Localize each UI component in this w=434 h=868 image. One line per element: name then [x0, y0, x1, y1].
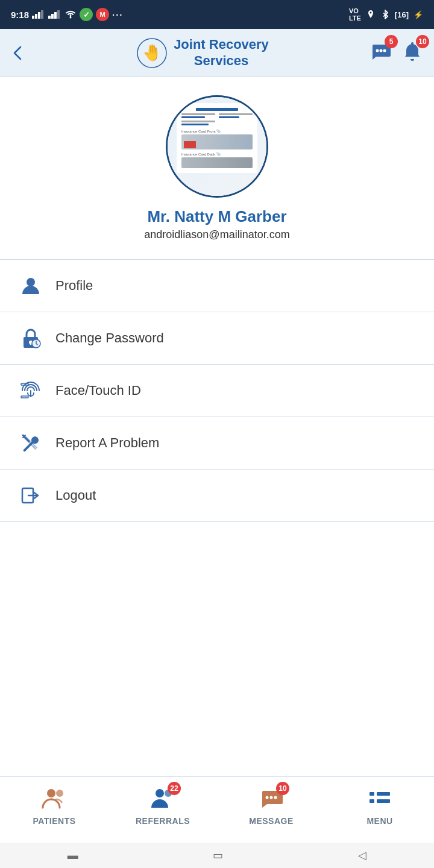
svg-rect-2	[38, 12, 40, 19]
back-button[interactable]	[10, 45, 36, 61]
chat-badge: 5	[385, 35, 398, 48]
svg-rect-32	[377, 799, 390, 803]
logout-label: Logout	[55, 488, 96, 503]
profile-label: Profile	[55, 278, 93, 294]
patients-nav-label: PATIENTS	[33, 816, 75, 826]
svg-rect-6	[54, 12, 57, 19]
menu-item-report-problem[interactable]: Report A Problem	[0, 417, 434, 470]
referrals-nav-label: REFERRALS	[136, 816, 190, 826]
message-icon-wrap: 10	[257, 784, 286, 813]
svg-point-11	[376, 49, 379, 52]
svg-rect-5	[51, 14, 54, 19]
wrench-icon	[18, 430, 43, 456]
app-icon-red: M	[96, 8, 109, 21]
bell-badge: 10	[416, 35, 429, 48]
svg-point-28	[274, 796, 277, 799]
profile-icon	[18, 273, 43, 298]
logo-icon: 🤚	[136, 37, 168, 69]
menu-icon	[367, 787, 392, 810]
dots-indicator: ···	[112, 10, 124, 20]
svg-rect-4	[48, 16, 51, 19]
wifi-icon	[64, 10, 77, 19]
status-left: 9:18 ✓ M ···	[11, 8, 124, 21]
svg-rect-1	[35, 14, 37, 19]
bottom-nav: PATIENTS 22 REFERRALS 10 MESSAGE	[0, 776, 434, 843]
change-password-label: Change Password	[55, 330, 164, 346]
svg-point-23	[56, 790, 63, 797]
svg-rect-3	[41, 10, 43, 19]
user-name: Mr. Natty M Garber	[147, 207, 286, 226]
signal-icon-2	[48, 10, 61, 19]
header-icons: 5 10	[369, 40, 424, 66]
signal-icon-1	[32, 10, 45, 19]
svg-rect-0	[32, 16, 34, 19]
patients-icon	[42, 787, 67, 810]
lock-icon	[18, 326, 43, 351]
vo-lte-icon: VOLTE	[349, 7, 361, 22]
fingerprint-icon	[18, 378, 43, 403]
avatar-inner: Insurance Card Front 📎 Insurance Card Ba…	[168, 97, 266, 196]
app-logo: 🤚 Joint Recovery Services	[136, 37, 269, 69]
svg-point-13	[383, 49, 386, 52]
svg-rect-31	[370, 799, 374, 803]
time-display: 9:18	[11, 10, 29, 20]
android-back-button[interactable]: ◁	[358, 849, 366, 862]
svg-rect-29	[370, 792, 374, 796]
status-right: VOLTE [16] ⚡	[349, 7, 423, 22]
battery-percent: [16]	[395, 10, 409, 19]
user-email: androidliason@mailinator.com	[144, 228, 289, 241]
referrals-icon-wrap: 22	[148, 784, 177, 813]
avatar: Insurance Card Front 📎 Insurance Card Ba…	[166, 95, 268, 198]
logout-icon	[18, 483, 43, 508]
notification-button[interactable]: 10	[400, 40, 424, 66]
android-nav-bar: ▬ ▭ ◁	[0, 843, 434, 868]
svg-point-12	[379, 49, 382, 52]
svg-point-27	[270, 796, 273, 799]
svg-text:🤚: 🤚	[142, 43, 162, 62]
svg-rect-30	[377, 792, 390, 796]
header-title: Joint Recovery Services	[174, 37, 269, 69]
referrals-badge: 22	[168, 782, 181, 795]
bluetooth-icon	[380, 10, 390, 19]
svg-point-24	[156, 789, 164, 797]
nav-message[interactable]: 10 MESSAGE	[217, 784, 326, 826]
svg-rect-20	[21, 396, 28, 398]
report-problem-label: Report A Problem	[55, 435, 159, 451]
app-header: 🤚 Joint Recovery Services 5 10	[0, 29, 434, 77]
nav-menu[interactable]: MENU	[326, 784, 434, 826]
menu-item-logout[interactable]: Logout	[0, 470, 434, 522]
svg-point-22	[47, 789, 55, 797]
menu-item-profile[interactable]: Profile	[0, 259, 434, 312]
svg-point-8	[70, 17, 72, 19]
android-home-button[interactable]: ▭	[213, 849, 223, 862]
nav-patients[interactable]: PATIENTS	[0, 784, 108, 826]
patients-icon-wrap	[40, 784, 69, 813]
profile-section: Insurance Card Front 📎 Insurance Card Ba…	[0, 77, 434, 253]
menu-list: Profile Change Password	[0, 259, 434, 522]
menu-icon-wrap	[365, 784, 394, 813]
menu-item-change-password[interactable]: Change Password	[0, 312, 434, 365]
menu-nav-label: MENU	[366, 816, 392, 826]
menu-item-face-touch-id[interactable]: Face/Touch ID	[0, 365, 434, 417]
nav-referrals[interactable]: 22 REFERRALS	[108, 784, 217, 826]
android-recents-button[interactable]: ▬	[68, 849, 78, 862]
location-icon	[366, 10, 376, 19]
app-icon-green: ✓	[80, 8, 93, 21]
message-nav-label: MESSAGE	[249, 816, 294, 826]
face-touch-id-label: Face/Touch ID	[55, 383, 141, 398]
chat-button[interactable]: 5	[369, 40, 393, 66]
svg-point-26	[266, 796, 269, 799]
svg-point-14	[27, 278, 35, 286]
status-bar: 9:18 ✓ M ··· VOLTE	[0, 0, 434, 29]
svg-rect-7	[57, 10, 60, 19]
message-badge: 10	[276, 782, 289, 795]
svg-rect-17	[30, 342, 32, 345]
charging-icon: ⚡	[414, 10, 423, 19]
